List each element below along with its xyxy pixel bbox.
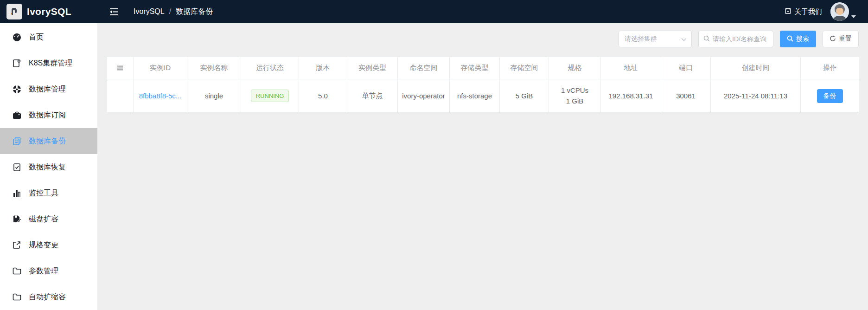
status-badge: RUNNING [251, 90, 289, 102]
sidebar-item-label: 首页 [29, 32, 44, 42]
instance-id-link[interactable]: 8fbba8f8-5c... [139, 92, 182, 100]
table-row: 8fbba8f8-5c... single RUNNING 5.0 单节点 iv… [107, 79, 859, 113]
address-cell: 192.168.31.31 [601, 79, 661, 113]
database-manage-icon [12, 84, 21, 94]
breadcrumb-root[interactable]: IvorySQL [134, 7, 165, 16]
search-input[interactable] [713, 35, 768, 43]
version-cell: 5.0 [299, 79, 347, 113]
spec-memory: 1 GiB [549, 96, 600, 107]
chevron-down-icon [681, 35, 687, 43]
sidebar-item-label: 规格变更 [29, 240, 58, 250]
sidebar-item-label: 监控工具 [29, 188, 58, 198]
sidebar-item-label: 数据库管理 [29, 84, 66, 94]
column-settings-icon [107, 65, 133, 71]
reset-button-label: 重置 [839, 35, 852, 43]
storage-size-cell: 5 GiB [500, 79, 549, 113]
sidebar-item-disk-expand[interactable]: 磁盘扩容 [0, 206, 97, 232]
col-header-created-at: 创建时间 [711, 57, 801, 79]
col-header-port: 端口 [661, 57, 711, 79]
about-us-label: 关于我们 [794, 7, 822, 16]
bar-chart-icon [12, 188, 21, 198]
sidebar-item-db-backup[interactable]: 数据库备份 [0, 128, 97, 154]
navbar-right: 关于我们 [785, 2, 868, 21]
sidebar-item-label: 参数管理 [29, 266, 58, 276]
cluster-select[interactable]: 请选择集群 [619, 31, 692, 47]
search-field [698, 31, 773, 47]
instance-name-cell: single [187, 79, 241, 113]
row-expand-cell [107, 79, 134, 113]
col-header-status: 运行状态 [241, 57, 299, 79]
backup-button[interactable]: 备份 [817, 89, 843, 103]
sidebar-item-db-restore[interactable]: 数据库恢复 [0, 154, 97, 180]
refresh-icon [830, 35, 836, 43]
breadcrumb: IvorySQL / 数据库备份 [134, 7, 213, 17]
instances-table: 实例ID 实例名称 运行状态 版本 实例类型 命名空间 存储类型 存储空间 规格… [106, 57, 859, 113]
col-header-spec: 规格 [549, 57, 601, 79]
elephant-logo-icon [6, 4, 22, 19]
col-header-storage-type: 存储类型 [450, 57, 500, 79]
dashboard-icon [12, 32, 21, 42]
col-header-instance-name: 实例名称 [187, 57, 241, 79]
search-button[interactable]: 搜索 [780, 31, 816, 47]
avatar [830, 2, 849, 21]
spec-cell: 1 vCPUs 1 GiB [549, 79, 601, 113]
brand-area: IvorySQL [0, 4, 97, 19]
cluster-select-placeholder: 请选择集群 [625, 35, 657, 43]
col-header-storage-size: 存储空间 [500, 57, 549, 79]
sidebar-item-db-manage[interactable]: 数据库管理 [0, 76, 97, 102]
sidebar-item-spec-change[interactable]: 规格变更 [0, 232, 97, 258]
user-menu[interactable] [830, 2, 856, 21]
backup-copy-icon [12, 136, 21, 146]
folder-icon [12, 266, 21, 276]
col-header-actions: 操作 [801, 57, 859, 79]
search-icon [703, 35, 710, 43]
sidebar-item-home[interactable]: 首页 [0, 24, 97, 50]
sidebar-item-auto-scale[interactable]: 自动扩缩容 [0, 284, 97, 310]
sidebar-item-monitor-tools[interactable]: 监控工具 [0, 180, 97, 206]
brand-title: IvorySQL [27, 6, 71, 17]
col-header-instance-id: 实例ID [134, 57, 187, 79]
sidebar-item-db-subscription[interactable]: 数据库订阅 [0, 102, 97, 128]
sidebar-item-label: 数据库备份 [29, 136, 66, 146]
breadcrumb-separator: / [169, 7, 171, 16]
column-settings-header[interactable] [107, 57, 134, 79]
table-header-row: 实例ID 实例名称 运行状态 版本 实例类型 命名空间 存储类型 存储空间 规格… [107, 57, 859, 79]
created-at-cell: 2025-11-24 08:11:13 [711, 79, 801, 113]
collapse-menu-icon[interactable] [109, 8, 119, 16]
namespace-cell: ivory-operator [398, 79, 450, 113]
port-cell: 30061 [661, 79, 711, 113]
col-header-address: 地址 [601, 57, 661, 79]
sidebar-item-label: 数据库恢复 [29, 162, 66, 172]
spec-cpu: 1 vCPUs [549, 85, 600, 96]
sidebar-item-label: 数据库订阅 [29, 110, 66, 120]
filter-bar: 请选择集群 搜索 [97, 23, 868, 47]
restore-check-icon [12, 162, 21, 172]
about-us-link[interactable]: 关于我们 [785, 7, 822, 16]
sidebar-item-label: 磁盘扩容 [29, 214, 58, 224]
sidebar-item-label: 自动扩缩容 [29, 292, 66, 302]
col-header-version: 版本 [299, 57, 347, 79]
reset-button[interactable]: 重置 [823, 31, 859, 47]
top-navbar: IvorySQL IvorySQL / 数据库备份 关于我们 [0, 0, 868, 23]
about-book-icon [785, 7, 791, 16]
sidebar-item-param-manage[interactable]: 参数管理 [0, 258, 97, 284]
col-header-instance-type: 实例类型 [347, 57, 398, 79]
folder-icon [12, 292, 21, 302]
sidebar: 首页 K8S集群管理 数据库管理 [0, 23, 97, 310]
main-content: 请选择集群 搜索 [97, 23, 868, 113]
cluster-icon [12, 58, 21, 68]
chevron-down-icon [851, 15, 856, 18]
instance-type-cell: 单节点 [347, 79, 398, 113]
sidebar-item-k8s-cluster[interactable]: K8S集群管理 [0, 50, 97, 76]
search-icon [787, 35, 793, 43]
col-header-namespace: 命名空间 [398, 57, 450, 79]
sidebar-item-label: K8S集群管理 [29, 58, 72, 68]
breadcrumb-current: 数据库备份 [176, 7, 213, 17]
disk-edit-icon [12, 214, 21, 224]
subscription-icon [12, 110, 21, 120]
external-link-icon [12, 240, 21, 250]
storage-type-cell: nfs-storage [450, 79, 500, 113]
search-button-label: 搜索 [796, 35, 809, 43]
